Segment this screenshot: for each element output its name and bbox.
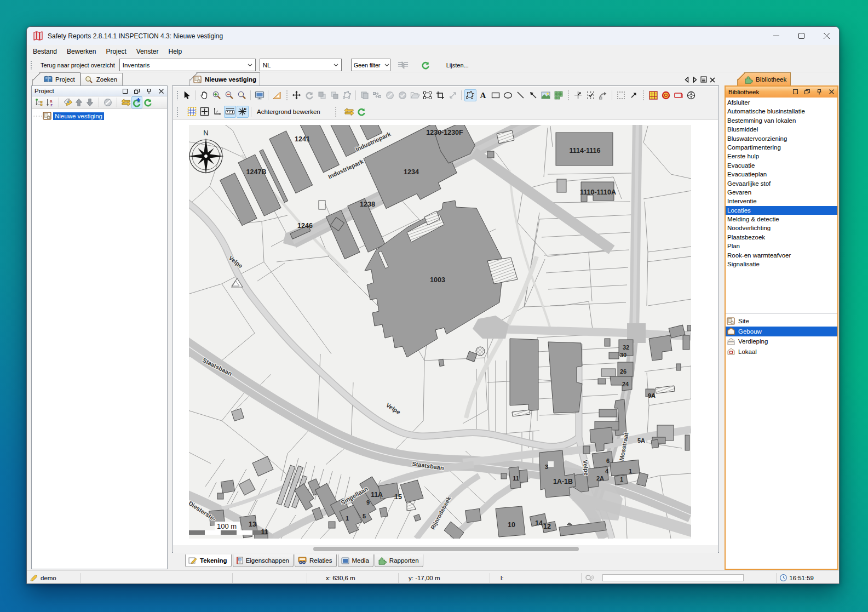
insert-image-tool[interactable] — [540, 89, 552, 101]
panel-pin-icon[interactable] — [815, 88, 824, 96]
filter-combobox[interactable]: Geen filter — [351, 59, 390, 71]
label-frame-tool[interactable] — [672, 89, 685, 101]
pan-tool[interactable] — [198, 89, 210, 101]
library-item-automatische-blusinstallatie[interactable]: Automatische blusinstallatie — [726, 107, 837, 116]
swap-tool[interactable] — [120, 96, 131, 108]
tab-media[interactable]: Media — [338, 554, 373, 567]
open-tool[interactable] — [409, 89, 421, 101]
close-button[interactable] — [814, 27, 839, 45]
tab-scroll-right-icon[interactable] — [692, 75, 698, 85]
zoom-slider-track[interactable] — [602, 574, 744, 581]
crop-tool[interactable] — [434, 89, 446, 101]
tab-tekening[interactable]: Tekening — [185, 554, 232, 567]
edit-background-button[interactable]: Achtergrond bewerken — [254, 108, 324, 115]
move-up-tool[interactable] — [73, 96, 84, 108]
tab-eigenschappen[interactable]: Eigenschappen — [233, 554, 294, 567]
cancel-tool[interactable] — [384, 89, 396, 101]
north-arrow-tool[interactable] — [685, 89, 697, 101]
type-item-verdieping[interactable]: Verdieping — [726, 336, 837, 347]
refresh-background-tool[interactable] — [355, 106, 367, 118]
snap-grid-tool[interactable] — [585, 89, 597, 101]
library-item-gevaren[interactable]: Gevaren — [726, 188, 837, 197]
menu-bewerken[interactable]: Bewerken — [62, 45, 101, 58]
panel-restore-icon[interactable] — [803, 88, 812, 96]
sort-hierarchy-tool[interactable] — [33, 96, 44, 108]
menu-venster[interactable]: Venster — [131, 45, 164, 58]
library-item-gevaarlijke-stof[interactable]: Gevaarlijke stof — [726, 179, 837, 188]
grid-visibility-tool[interactable] — [615, 89, 627, 101]
snap-rotate-tool[interactable] — [597, 89, 610, 101]
draw-ellipse-tool[interactable] — [502, 89, 514, 101]
tab-close-icon[interactable] — [710, 75, 715, 85]
north-axes-tool[interactable]: N — [237, 106, 249, 118]
stretch-tool[interactable] — [447, 89, 459, 101]
library-item-noodverlichting[interactable]: Noodverlichting — [726, 224, 837, 232]
sync-tool[interactable] — [142, 96, 153, 108]
refresh-icon[interactable] — [419, 59, 432, 71]
send-backward-tool[interactable] — [316, 89, 328, 101]
bring-forward-tool[interactable] — [329, 89, 341, 101]
map-canvas[interactable]: N 100 m 12411247B1234123812461230-1230F1… — [173, 121, 718, 545]
menu-help[interactable]: Help — [163, 45, 187, 58]
tab-zoeken[interactable]: Zoeken — [81, 73, 123, 85]
type-item-lokaal[interactable]: Lokaal — [726, 347, 837, 357]
panel-maximize-icon[interactable] — [791, 88, 800, 96]
library-item-afsluiter[interactable]: Afsluiter — [726, 98, 837, 107]
draw-line-tool[interactable] — [515, 89, 527, 101]
library-item-blusmiddel[interactable]: Blusmiddel — [726, 125, 837, 134]
measure-tool[interactable] — [271, 89, 283, 101]
edit-polygon-tool[interactable] — [341, 89, 353, 101]
map-hscrollbar[interactable] — [173, 545, 718, 553]
copy-tool[interactable] — [359, 89, 371, 101]
replace-tool[interactable] — [371, 89, 383, 101]
library-item-bestemming-van-lokalen[interactable]: Bestemming van lokalen — [726, 116, 837, 125]
zoom-out-tool[interactable] — [223, 89, 235, 101]
draw-polygon-tool[interactable] — [464, 89, 476, 101]
transform-tool[interactable] — [422, 89, 434, 101]
tab-list-icon[interactable] — [700, 75, 707, 85]
library-item-signalisatie[interactable]: Signalisatie — [726, 260, 837, 268]
menu-bestand[interactable]: Bestand — [28, 45, 62, 58]
library-item-locaties[interactable]: Locaties — [726, 206, 837, 215]
snap-point-tool[interactable] — [572, 89, 584, 101]
disable-tool[interactable] — [102, 96, 113, 108]
draw-text-tool[interactable]: A — [477, 89, 489, 101]
panel-close-icon[interactable] — [157, 87, 165, 95]
move-down-tool[interactable] — [84, 96, 95, 108]
tab-scroll-left-icon[interactable] — [684, 75, 689, 85]
library-item-evacuatie[interactable]: Evacuatie — [726, 161, 837, 170]
rotate-object-tool[interactable] — [303, 89, 315, 101]
swap-background-tool[interactable] — [343, 106, 355, 118]
fit-extent-tool[interactable] — [199, 106, 211, 118]
menu-project[interactable]: Project — [101, 45, 131, 58]
library-item-plaatsbezoek[interactable]: Plaatsbezoek — [726, 233, 837, 242]
tree-item-nieuwe-vestiging[interactable]: Nieuwe vestiging — [53, 112, 104, 120]
insert-grid-tool[interactable] — [553, 89, 565, 101]
move-origin-tool[interactable] — [211, 106, 223, 118]
library-item-eerste-hulp[interactable]: Eerste hulp — [726, 152, 837, 161]
show-grid-tool[interactable] — [186, 106, 198, 118]
back-to-project-overview[interactable]: Terug naar project overzicht — [34, 62, 119, 68]
legend-grid-tool[interactable] — [647, 89, 659, 101]
zoom-in-tool[interactable] — [211, 89, 223, 101]
edit-tags-tool[interactable] — [62, 96, 73, 108]
filter-icon[interactable] — [397, 59, 409, 71]
library-item-interventie[interactable]: Interventie — [726, 197, 837, 205]
symbol-circle-tool[interactable] — [660, 89, 672, 101]
map-drawing[interactable]: N 100 m 12411247B1234123812461230-1230F1… — [189, 125, 691, 539]
maximize-button[interactable] — [789, 27, 814, 45]
inventory-combobox[interactable]: Inventaris — [119, 59, 256, 71]
tab-nieuwe-vestiging[interactable]: Nieuwe vestiging — [189, 72, 260, 85]
tab-bibliotheek[interactable]: Bibliotheek — [737, 72, 791, 85]
sync-add-tool[interactable] — [131, 96, 142, 108]
language-combobox[interactable]: NL — [260, 59, 342, 71]
apply-tool[interactable] — [396, 89, 409, 101]
lists-button[interactable]: Lijsten... — [440, 62, 473, 68]
zoom-window-tool[interactable] — [236, 89, 248, 101]
sort-alpha-tool[interactable]: az — [44, 96, 55, 108]
type-item-gebouw[interactable]: Gebouw — [726, 327, 837, 337]
draw-arrow-tool[interactable] — [527, 89, 539, 101]
panel-close-icon[interactable] — [827, 88, 836, 96]
map-hscrollbar-thumb[interactable] — [313, 547, 579, 551]
library-item-plan[interactable]: Plan — [726, 242, 837, 250]
